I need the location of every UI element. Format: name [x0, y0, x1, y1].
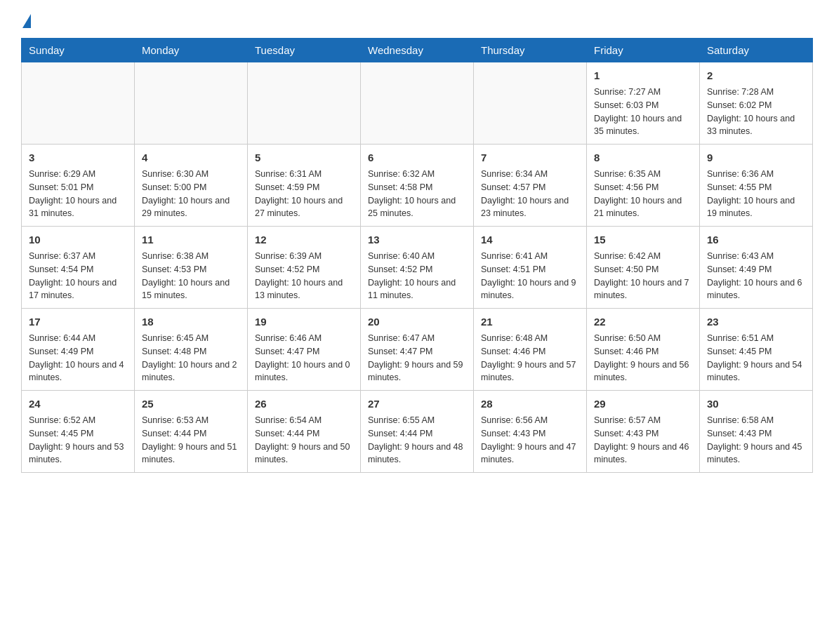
sun-info: Sunrise: 6:58 AMSunset: 4:43 PMDaylight:… — [707, 414, 805, 467]
day-number: 29 — [594, 396, 692, 411]
sun-info: Sunrise: 6:29 AMSunset: 5:01 PMDaylight:… — [29, 168, 127, 220]
day-number: 16 — [707, 232, 805, 247]
day-number: 25 — [142, 396, 240, 411]
sun-info: Sunrise: 6:51 AMSunset: 4:45 PMDaylight:… — [707, 332, 805, 384]
column-header-friday: Friday — [587, 39, 700, 62]
sun-info: Sunrise: 6:45 AMSunset: 4:48 PMDaylight:… — [142, 332, 240, 384]
calendar-cell: 27Sunrise: 6:55 AMSunset: 4:44 PMDayligh… — [361, 391, 474, 473]
calendar-cell — [248, 62, 361, 145]
day-number: 7 — [481, 150, 579, 165]
day-number: 20 — [368, 314, 466, 329]
day-number: 9 — [707, 150, 805, 165]
calendar-cell: 3Sunrise: 6:29 AMSunset: 5:01 PMDaylight… — [22, 145, 135, 227]
column-header-saturday: Saturday — [700, 39, 813, 62]
day-number: 21 — [481, 314, 579, 329]
calendar-week-3: 10Sunrise: 6:37 AMSunset: 4:54 PMDayligh… — [22, 227, 813, 309]
sun-info: Sunrise: 6:40 AMSunset: 4:52 PMDaylight:… — [368, 250, 466, 302]
day-number: 4 — [142, 150, 240, 165]
day-number: 13 — [368, 232, 466, 247]
calendar-cell: 7Sunrise: 6:34 AMSunset: 4:57 PMDaylight… — [474, 145, 587, 227]
calendar-header-row: SundayMondayTuesdayWednesdayThursdayFrid… — [22, 39, 813, 62]
day-number: 10 — [29, 232, 127, 247]
sun-info: Sunrise: 6:43 AMSunset: 4:49 PMDaylight:… — [707, 250, 805, 302]
day-number: 17 — [29, 314, 127, 329]
logo-triangle-icon — [22, 14, 31, 28]
calendar-cell: 8Sunrise: 6:35 AMSunset: 4:56 PMDaylight… — [587, 145, 700, 227]
sun-info: Sunrise: 6:30 AMSunset: 5:00 PMDaylight:… — [142, 168, 240, 220]
day-number: 12 — [255, 232, 353, 247]
sun-info: Sunrise: 6:34 AMSunset: 4:57 PMDaylight:… — [481, 168, 579, 220]
day-number: 2 — [707, 68, 805, 83]
day-number: 6 — [368, 150, 466, 165]
calendar-cell: 15Sunrise: 6:42 AMSunset: 4:50 PMDayligh… — [587, 227, 700, 309]
calendar-cell: 21Sunrise: 6:48 AMSunset: 4:46 PMDayligh… — [474, 309, 587, 391]
sun-info: Sunrise: 6:48 AMSunset: 4:46 PMDaylight:… — [481, 332, 579, 384]
calendar-table: SundayMondayTuesdayWednesdayThursdayFrid… — [21, 38, 813, 473]
calendar-cell — [22, 62, 135, 145]
calendar-cell: 19Sunrise: 6:46 AMSunset: 4:47 PMDayligh… — [248, 309, 361, 391]
day-number: 26 — [255, 396, 353, 411]
calendar-cell: 23Sunrise: 6:51 AMSunset: 4:45 PMDayligh… — [700, 309, 813, 391]
sun-info: Sunrise: 6:37 AMSunset: 4:54 PMDaylight:… — [29, 250, 127, 302]
calendar-week-4: 17Sunrise: 6:44 AMSunset: 4:49 PMDayligh… — [22, 309, 813, 391]
sun-info: Sunrise: 6:57 AMSunset: 4:43 PMDaylight:… — [594, 414, 692, 467]
calendar-cell: 5Sunrise: 6:31 AMSunset: 4:59 PMDaylight… — [248, 145, 361, 227]
calendar-cell: 26Sunrise: 6:54 AMSunset: 4:44 PMDayligh… — [248, 391, 361, 473]
sun-info: Sunrise: 7:27 AMSunset: 6:03 PMDaylight:… — [594, 86, 692, 138]
day-number: 24 — [29, 396, 127, 411]
sun-info: Sunrise: 6:44 AMSunset: 4:49 PMDaylight:… — [29, 332, 127, 384]
calendar-cell — [474, 62, 587, 145]
sun-info: Sunrise: 6:35 AMSunset: 4:56 PMDaylight:… — [594, 168, 692, 220]
sun-info: Sunrise: 6:46 AMSunset: 4:47 PMDaylight:… — [255, 332, 353, 384]
sun-info: Sunrise: 7:28 AMSunset: 6:02 PMDaylight:… — [707, 86, 805, 138]
calendar-week-5: 24Sunrise: 6:52 AMSunset: 4:45 PMDayligh… — [22, 391, 813, 473]
column-header-monday: Monday — [135, 39, 248, 62]
day-number: 14 — [481, 232, 579, 247]
day-number: 22 — [594, 314, 692, 329]
day-number: 15 — [594, 232, 692, 247]
calendar-cell: 24Sunrise: 6:52 AMSunset: 4:45 PMDayligh… — [22, 391, 135, 473]
sun-info: Sunrise: 6:52 AMSunset: 4:45 PMDaylight:… — [29, 414, 127, 467]
day-number: 8 — [594, 150, 692, 165]
sun-info: Sunrise: 6:54 AMSunset: 4:44 PMDaylight:… — [255, 414, 353, 467]
sun-info: Sunrise: 6:42 AMSunset: 4:50 PMDaylight:… — [594, 250, 692, 302]
day-number: 23 — [707, 314, 805, 329]
calendar-cell: 14Sunrise: 6:41 AMSunset: 4:51 PMDayligh… — [474, 227, 587, 309]
column-header-wednesday: Wednesday — [361, 39, 474, 62]
page-header — [21, 14, 813, 24]
calendar-cell: 2Sunrise: 7:28 AMSunset: 6:02 PMDaylight… — [700, 62, 813, 145]
column-header-tuesday: Tuesday — [248, 39, 361, 62]
calendar-cell: 28Sunrise: 6:56 AMSunset: 4:43 PMDayligh… — [474, 391, 587, 473]
day-number: 5 — [255, 150, 353, 165]
sun-info: Sunrise: 6:38 AMSunset: 4:53 PMDaylight:… — [142, 250, 240, 302]
sun-info: Sunrise: 6:31 AMSunset: 4:59 PMDaylight:… — [255, 168, 353, 220]
calendar-cell — [361, 62, 474, 145]
day-number: 11 — [142, 232, 240, 247]
sun-info: Sunrise: 6:50 AMSunset: 4:46 PMDaylight:… — [594, 332, 692, 384]
calendar-week-2: 3Sunrise: 6:29 AMSunset: 5:01 PMDaylight… — [22, 145, 813, 227]
calendar-cell: 22Sunrise: 6:50 AMSunset: 4:46 PMDayligh… — [587, 309, 700, 391]
day-number: 27 — [368, 396, 466, 411]
calendar-cell: 25Sunrise: 6:53 AMSunset: 4:44 PMDayligh… — [135, 391, 248, 473]
calendar-cell: 11Sunrise: 6:38 AMSunset: 4:53 PMDayligh… — [135, 227, 248, 309]
calendar-cell: 30Sunrise: 6:58 AMSunset: 4:43 PMDayligh… — [700, 391, 813, 473]
calendar-cell: 12Sunrise: 6:39 AMSunset: 4:52 PMDayligh… — [248, 227, 361, 309]
day-number: 30 — [707, 396, 805, 411]
column-header-thursday: Thursday — [474, 39, 587, 62]
calendar-cell: 1Sunrise: 7:27 AMSunset: 6:03 PMDaylight… — [587, 62, 700, 145]
sun-info: Sunrise: 6:41 AMSunset: 4:51 PMDaylight:… — [481, 250, 579, 302]
day-number: 19 — [255, 314, 353, 329]
calendar-cell: 29Sunrise: 6:57 AMSunset: 4:43 PMDayligh… — [587, 391, 700, 473]
logo-text — [21, 14, 31, 25]
calendar-cell: 10Sunrise: 6:37 AMSunset: 4:54 PMDayligh… — [22, 227, 135, 309]
calendar-cell: 13Sunrise: 6:40 AMSunset: 4:52 PMDayligh… — [361, 227, 474, 309]
calendar-week-1: 1Sunrise: 7:27 AMSunset: 6:03 PMDaylight… — [22, 62, 813, 145]
calendar-cell: 9Sunrise: 6:36 AMSunset: 4:55 PMDaylight… — [700, 145, 813, 227]
day-number: 1 — [594, 68, 692, 83]
sun-info: Sunrise: 6:47 AMSunset: 4:47 PMDaylight:… — [368, 332, 466, 384]
calendar-cell: 6Sunrise: 6:32 AMSunset: 4:58 PMDaylight… — [361, 145, 474, 227]
day-number: 18 — [142, 314, 240, 329]
sun-info: Sunrise: 6:53 AMSunset: 4:44 PMDaylight:… — [142, 414, 240, 467]
sun-info: Sunrise: 6:56 AMSunset: 4:43 PMDaylight:… — [481, 414, 579, 467]
sun-info: Sunrise: 6:36 AMSunset: 4:55 PMDaylight:… — [707, 168, 805, 220]
